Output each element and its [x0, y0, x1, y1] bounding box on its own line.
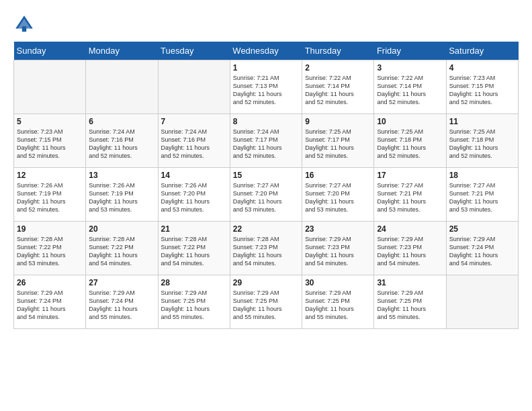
day-number: 11 — [449, 117, 515, 126]
day-number: 9 — [305, 117, 371, 126]
day-info: Sunrise: 7:24 AM Sunset: 7:16 PM Dayligh… — [161, 128, 227, 161]
day-number: 29 — [233, 278, 299, 287]
calendar-day-cell: 19Sunrise: 7:28 AM Sunset: 7:22 PM Dayli… — [14, 222, 86, 275]
day-number: 28 — [161, 278, 227, 287]
day-number: 24 — [377, 224, 443, 234]
day-info: Sunrise: 7:28 AM Sunset: 7:22 PM Dayligh… — [161, 235, 227, 268]
calendar-week-row: 19Sunrise: 7:28 AM Sunset: 7:22 PM Dayli… — [14, 222, 519, 275]
calendar-day-cell: 22Sunrise: 7:28 AM Sunset: 7:23 PM Dayli… — [230, 222, 302, 275]
day-number: 31 — [377, 278, 443, 287]
day-info: Sunrise: 7:29 AM Sunset: 7:24 PM Dayligh… — [17, 289, 83, 322]
day-number: 17 — [377, 171, 443, 180]
page-header — [13, 13, 519, 35]
day-number: 30 — [305, 278, 371, 287]
day-info: Sunrise: 7:29 AM Sunset: 7:24 PM Dayligh… — [89, 289, 154, 322]
calendar-day-cell — [158, 60, 230, 114]
day-info: Sunrise: 7:29 AM Sunset: 7:25 PM Dayligh… — [305, 289, 371, 322]
day-info: Sunrise: 7:21 AM Sunset: 7:13 PM Dayligh… — [233, 74, 299, 107]
day-number: 16 — [305, 171, 371, 180]
calendar-day-cell: 3Sunrise: 7:22 AM Sunset: 7:14 PM Daylig… — [374, 60, 446, 114]
calendar-day-cell: 17Sunrise: 7:27 AM Sunset: 7:21 PM Dayli… — [374, 168, 446, 222]
day-number: 26 — [17, 278, 83, 287]
calendar-day-cell: 13Sunrise: 7:26 AM Sunset: 7:19 PM Dayli… — [86, 168, 158, 222]
calendar-day-cell: 5Sunrise: 7:23 AM Sunset: 7:15 PM Daylig… — [14, 114, 86, 168]
day-info: Sunrise: 7:25 AM Sunset: 7:18 PM Dayligh… — [377, 128, 443, 161]
day-info: Sunrise: 7:27 AM Sunset: 7:20 PM Dayligh… — [233, 181, 299, 214]
day-info: Sunrise: 7:27 AM Sunset: 7:21 PM Dayligh… — [377, 181, 443, 214]
day-info: Sunrise: 7:25 AM Sunset: 7:18 PM Dayligh… — [449, 128, 515, 161]
day-number: 10 — [377, 117, 443, 126]
day-info: Sunrise: 7:29 AM Sunset: 7:25 PM Dayligh… — [377, 289, 443, 322]
day-info: Sunrise: 7:23 AM Sunset: 7:15 PM Dayligh… — [17, 128, 83, 161]
day-number: 1 — [233, 63, 299, 73]
day-info: Sunrise: 7:28 AM Sunset: 7:22 PM Dayligh… — [17, 235, 83, 268]
calendar-day-cell: 1Sunrise: 7:21 AM Sunset: 7:13 PM Daylig… — [230, 60, 302, 114]
day-number: 25 — [449, 224, 515, 234]
day-number: 22 — [233, 224, 299, 234]
day-number: 5 — [17, 117, 83, 126]
calendar-day-cell: 26Sunrise: 7:29 AM Sunset: 7:24 PM Dayli… — [14, 275, 86, 329]
weekday-header: Tuesday — [158, 42, 230, 60]
calendar-day-cell: 4Sunrise: 7:23 AM Sunset: 7:15 PM Daylig… — [446, 60, 518, 114]
calendar-body: 1Sunrise: 7:21 AM Sunset: 7:13 PM Daylig… — [14, 60, 519, 329]
calendar-day-cell: 6Sunrise: 7:24 AM Sunset: 7:16 PM Daylig… — [86, 114, 158, 168]
calendar-week-row: 26Sunrise: 7:29 AM Sunset: 7:24 PM Dayli… — [14, 275, 519, 329]
calendar-day-cell: 14Sunrise: 7:26 AM Sunset: 7:20 PM Dayli… — [158, 168, 230, 222]
calendar-day-cell: 11Sunrise: 7:25 AM Sunset: 7:18 PM Dayli… — [446, 114, 518, 168]
calendar-day-cell: 23Sunrise: 7:29 AM Sunset: 7:23 PM Dayli… — [302, 222, 374, 275]
day-number: 6 — [89, 117, 154, 126]
calendar-day-cell: 18Sunrise: 7:27 AM Sunset: 7:21 PM Dayli… — [446, 168, 518, 222]
calendar-day-cell: 2Sunrise: 7:22 AM Sunset: 7:14 PM Daylig… — [302, 60, 374, 114]
day-info: Sunrise: 7:29 AM Sunset: 7:24 PM Dayligh… — [449, 235, 515, 268]
logo — [13, 13, 38, 35]
day-info: Sunrise: 7:28 AM Sunset: 7:22 PM Dayligh… — [89, 235, 154, 268]
day-number: 19 — [17, 224, 83, 234]
calendar-week-row: 1Sunrise: 7:21 AM Sunset: 7:13 PM Daylig… — [14, 60, 519, 114]
calendar-day-cell — [86, 60, 158, 114]
weekday-header: Friday — [374, 42, 446, 60]
logo-icon — [13, 13, 35, 35]
calendar-week-row: 5Sunrise: 7:23 AM Sunset: 7:15 PM Daylig… — [14, 114, 519, 168]
day-number: 13 — [89, 171, 154, 180]
day-info: Sunrise: 7:25 AM Sunset: 7:17 PM Dayligh… — [305, 128, 371, 161]
day-number: 8 — [233, 117, 299, 126]
calendar-day-cell: 29Sunrise: 7:29 AM Sunset: 7:25 PM Dayli… — [230, 275, 302, 329]
calendar-day-cell: 30Sunrise: 7:29 AM Sunset: 7:25 PM Dayli… — [302, 275, 374, 329]
day-number: 21 — [161, 224, 227, 234]
day-number: 23 — [305, 224, 371, 234]
day-number: 4 — [449, 63, 515, 73]
day-info: Sunrise: 7:26 AM Sunset: 7:20 PM Dayligh… — [161, 181, 227, 214]
day-info: Sunrise: 7:23 AM Sunset: 7:15 PM Dayligh… — [449, 74, 515, 107]
calendar-day-cell: 20Sunrise: 7:28 AM Sunset: 7:22 PM Dayli… — [86, 222, 158, 275]
calendar-day-cell — [14, 60, 86, 114]
day-number: 18 — [449, 171, 515, 180]
day-info: Sunrise: 7:29 AM Sunset: 7:23 PM Dayligh… — [305, 235, 371, 268]
calendar-day-cell: 12Sunrise: 7:26 AM Sunset: 7:19 PM Dayli… — [14, 168, 86, 222]
calendar-day-cell: 28Sunrise: 7:29 AM Sunset: 7:25 PM Dayli… — [158, 275, 230, 329]
day-info: Sunrise: 7:26 AM Sunset: 7:19 PM Dayligh… — [89, 181, 154, 214]
calendar-day-cell: 16Sunrise: 7:27 AM Sunset: 7:20 PM Dayli… — [302, 168, 374, 222]
day-info: Sunrise: 7:29 AM Sunset: 7:23 PM Dayligh… — [377, 235, 443, 268]
day-number: 7 — [161, 117, 227, 126]
day-number: 12 — [17, 171, 83, 180]
day-number: 3 — [377, 63, 443, 73]
calendar-day-cell — [446, 275, 518, 329]
day-info: Sunrise: 7:22 AM Sunset: 7:14 PM Dayligh… — [377, 74, 443, 107]
day-info: Sunrise: 7:24 AM Sunset: 7:17 PM Dayligh… — [233, 128, 299, 161]
day-number: 27 — [89, 278, 154, 287]
weekday-header: Saturday — [446, 42, 518, 60]
day-info: Sunrise: 7:24 AM Sunset: 7:16 PM Dayligh… — [89, 128, 154, 161]
day-info: Sunrise: 7:26 AM Sunset: 7:19 PM Dayligh… — [17, 181, 83, 214]
calendar-day-cell: 24Sunrise: 7:29 AM Sunset: 7:23 PM Dayli… — [374, 222, 446, 275]
day-info: Sunrise: 7:28 AM Sunset: 7:23 PM Dayligh… — [233, 235, 299, 268]
weekday-header: Monday — [86, 42, 158, 60]
day-info: Sunrise: 7:27 AM Sunset: 7:20 PM Dayligh… — [305, 181, 371, 214]
calendar-day-cell: 7Sunrise: 7:24 AM Sunset: 7:16 PM Daylig… — [158, 114, 230, 168]
day-info: Sunrise: 7:29 AM Sunset: 7:25 PM Dayligh… — [161, 289, 227, 322]
calendar-day-cell: 15Sunrise: 7:27 AM Sunset: 7:20 PM Dayli… — [230, 168, 302, 222]
weekday-header: Sunday — [14, 42, 86, 60]
calendar-day-cell: 31Sunrise: 7:29 AM Sunset: 7:25 PM Dayli… — [374, 275, 446, 329]
calendar-header-row: SundayMondayTuesdayWednesdayThursdayFrid… — [14, 42, 519, 60]
svg-rect-2 — [22, 26, 26, 32]
day-info: Sunrise: 7:22 AM Sunset: 7:14 PM Dayligh… — [305, 74, 371, 107]
